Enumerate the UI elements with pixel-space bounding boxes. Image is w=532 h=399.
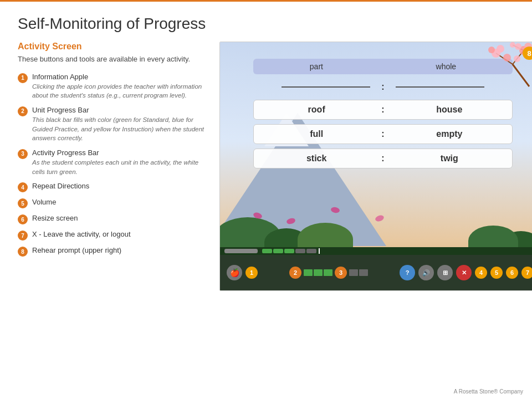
svg-point-5 [488,47,495,53]
answer-row-2: full : empty [253,124,513,144]
exit-button[interactable]: ✕ [456,265,472,280]
toolbar-badge-4: 4 [475,267,487,279]
item-content-1: Information Apple Clicking the apple ico… [32,73,206,100]
help-button[interactable]: ? [400,265,415,280]
svg-point-6 [497,45,504,53]
toolbar-badge-5: 5 [490,267,503,279]
item-desc-1: Clicking the apple icon provides the tea… [32,82,206,100]
item-title-8: Rehear prompt (upper right) [32,246,206,254]
right-panel: 8 part whole : [219,42,532,291]
colon-separator-blank: : [381,82,384,92]
progress-track [224,249,258,253]
item-title-7: X - Leave the activity, or logout [32,230,206,238]
header-part: part [288,62,345,71]
content-area: Activity Screen These buttons and tools … [0,42,532,291]
svg-line-0 [513,64,529,86]
item-content-8: Rehear prompt (upper right) [32,246,206,254]
info-apple-button[interactable]: 🍎 [227,265,242,280]
activity-screen-title: Activity Screen [18,42,206,52]
answer-right-1: house [387,105,512,115]
activity-description: These buttons and tools are available in… [18,54,206,65]
list-item: 2 Unit Progress Bar This black bar fills… [18,106,206,143]
item-number-4: 4 [18,182,28,192]
tseg-3 [324,269,332,276]
list-item: 7 X - Leave the activity, or logout [18,230,206,241]
item-title-3: Activity Progress Bar [32,149,206,157]
colon-2: : [379,129,386,139]
toolbar-badge-3: 3 [335,267,347,279]
item-content-2: Unit Progress Bar This black bar fills w… [32,106,206,143]
toolbar-badge-2: 2 [289,267,301,279]
item-title-4: Repeat Directions [32,182,206,190]
answer-row-3: stick : twig [253,149,513,168]
progress-segments [262,249,316,253]
item-number-1: 1 [18,73,28,83]
tseg-4 [349,269,358,276]
quiz-area: part whole : roof : house full [253,59,513,173]
item-content-3: Activity Progress Bar As the student com… [32,149,206,176]
item-title-5: Volume [32,198,206,206]
seg-4 [295,249,305,253]
seg-3 [284,249,294,253]
item-number-7: 7 [18,231,28,241]
answer-left-2: full [254,129,379,139]
svg-point-12 [514,55,520,62]
toolbar-badge-6: 6 [506,267,518,279]
item-content-4: Repeat Directions [32,182,206,190]
seg-5 [306,249,316,253]
item-content-5: Volume [32,198,206,206]
item-desc-2: This black bar fills with color (green f… [32,115,206,143]
blank-answer-row: : [253,79,513,95]
toolbar-left: 🍎 1 [227,265,258,280]
blank-right [396,86,484,88]
item-desc-3: As the student completes each unit in th… [32,158,206,176]
list-item: 6 Resize screen [18,214,206,224]
item-number-6: 6 [18,214,28,224]
item-number-5: 5 [18,198,28,208]
svg-point-11 [503,54,511,62]
list-item: 8 Rehear prompt (upper right) [18,246,206,257]
toolbar-right: ? 🔊 ⊞ ✕ 4 5 6 7 [400,265,532,280]
progress-segs-toolbar [304,269,332,276]
resize-button[interactable]: ⊞ [437,265,453,280]
left-panel: Activity Screen These buttons and tools … [18,42,206,291]
progress-bar-area [220,247,532,255]
tseg-1 [304,269,313,276]
badge-8[interactable]: 8 [523,47,532,60]
toolbar-badge-7: 7 [521,267,532,279]
attribution: A Rosetta Stone® Company [454,388,523,395]
toolbar: 🍎 1 2 3 [220,255,532,290]
progress-segs-toolbar-2 [349,269,368,276]
progress-marker [319,248,320,254]
seg-1 [262,249,272,253]
list-item: 4 Repeat Directions [18,182,206,192]
item-title-1: Information Apple [32,73,206,81]
header-whole: whole [414,62,479,71]
volume-button[interactable]: 🔊 [418,265,434,280]
item-content-7: X - Leave the activity, or logout [32,230,206,238]
colon-1: : [379,105,386,115]
colon-3: : [379,154,386,163]
quiz-header-row: part whole [253,59,513,74]
item-number-3: 3 [18,149,28,159]
answer-row-1: roof : house [253,100,513,120]
item-list: 1 Information Apple Clicking the apple i… [18,73,206,257]
page-title: Self-Monitoring of Progress [0,2,532,42]
item-title-2: Unit Progress Bar [32,106,206,114]
tseg-2 [314,269,323,276]
list-item: 1 Information Apple Clicking the apple i… [18,73,206,100]
toolbar-center: 2 3 [289,267,368,279]
item-number-8: 8 [18,247,28,257]
blank-left [282,86,370,88]
seg-2 [273,249,283,253]
tseg-5 [359,269,368,276]
item-content-6: Resize screen [32,214,206,222]
list-item: 3 Activity Progress Bar As the student c… [18,149,206,176]
svg-point-10 [510,42,515,48]
answer-left-3: stick [254,154,379,163]
answer-right-2: empty [387,129,512,139]
toolbar-badge-1: 1 [245,267,258,279]
item-number-2: 2 [18,106,28,116]
svg-point-8 [515,43,521,50]
list-item: 5 Volume [18,198,206,208]
